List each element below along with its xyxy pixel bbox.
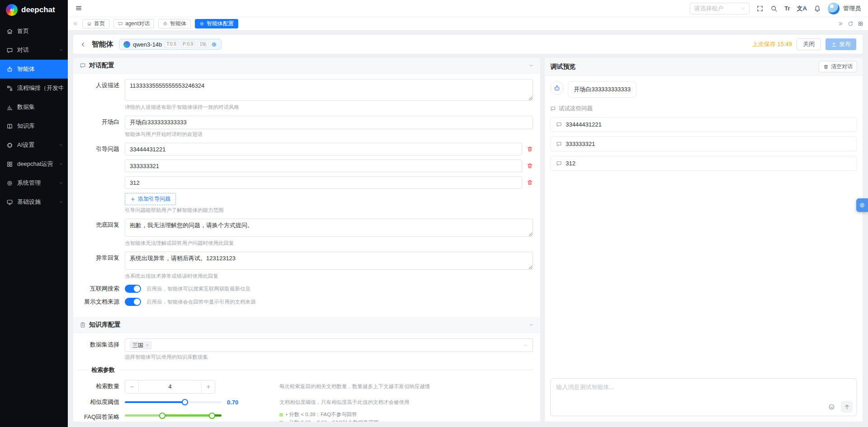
send-button[interactable] bbox=[841, 401, 853, 413]
translate-icon[interactable]: 文A bbox=[797, 5, 807, 13]
sidebar-item-system-management[interactable]: 系统管理 bbox=[0, 174, 68, 192]
refresh-tab-button[interactable] bbox=[848, 21, 854, 27]
debug-chat-area[interactable]: 开场白333333333333 试试这些问题 33444431221 bbox=[545, 76, 863, 375]
input-toolbar bbox=[826, 401, 853, 413]
bell-icon bbox=[814, 5, 821, 12]
show-sources-toggle[interactable] bbox=[125, 298, 141, 306]
message-input[interactable] bbox=[551, 379, 857, 402]
exception-hint: 当系统出现技术异常或错误时使用此回复 bbox=[125, 272, 533, 280]
guide-question-row bbox=[125, 176, 533, 189]
faq-merge-handle[interactable] bbox=[159, 413, 165, 419]
retrieve-count-input[interactable] bbox=[139, 380, 201, 393]
sidebar-item-infrastructure[interactable]: 基础设施 bbox=[0, 192, 68, 211]
sidebar-item-operations[interactable]: deepchat运营 bbox=[0, 155, 68, 174]
similarity-label: 相似度阈值 bbox=[77, 399, 125, 406]
sidebar-item-dataset[interactable]: 数据集 bbox=[0, 98, 68, 117]
close-button[interactable]: 关闭 bbox=[797, 38, 821, 50]
faq-legend-item: • 分数 0.39 ~ 0.90：FAQ融合数据集回答 bbox=[279, 419, 533, 422]
opening-input[interactable] bbox=[125, 116, 533, 129]
guide-questions-label: 引导问题 bbox=[77, 143, 125, 214]
delete-question-button[interactable] bbox=[527, 146, 533, 152]
add-guide-question-button[interactable]: 添加引导问题 bbox=[125, 193, 176, 205]
floating-settings-button[interactable] bbox=[856, 198, 868, 212]
stepper-plus-button[interactable] bbox=[201, 380, 215, 393]
delete-question-button[interactable] bbox=[527, 179, 533, 186]
chevron-down-icon bbox=[59, 48, 63, 52]
fullscreen-button[interactable] bbox=[756, 5, 764, 12]
guide-question-input[interactable] bbox=[125, 143, 522, 155]
delete-question-button[interactable] bbox=[527, 163, 533, 169]
tabs-scroll-left-button[interactable] bbox=[72, 21, 78, 27]
stepper-minus-button[interactable] bbox=[125, 380, 139, 393]
suggested-question[interactable]: 33444431221 bbox=[550, 117, 857, 132]
clipboard-icon bbox=[80, 322, 86, 328]
faq-range-slider[interactable] bbox=[125, 414, 222, 417]
kb-config-form: 数据集选择 三国 选择智能体可以使用的知识库数据集 bbox=[73, 333, 540, 422]
home-icon bbox=[6, 28, 13, 35]
faq-legend: • 分数 < 0.39：FAQ不参与回答 • 分数 0.39 ~ 0.90：FA… bbox=[279, 411, 533, 422]
trash-icon bbox=[527, 179, 533, 186]
collapse-chevron-icon[interactable] bbox=[528, 322, 534, 328]
dataset-select[interactable]: 三国 bbox=[125, 338, 533, 352]
user-menu[interactable]: 管理员 bbox=[828, 3, 861, 14]
collapse-chevron-icon[interactable] bbox=[528, 63, 534, 68]
exception-input[interactable]: 系统出现异常，请稍后再试。123123123 bbox=[125, 252, 533, 270]
plus-icon bbox=[206, 384, 211, 389]
sidebar-collapse-button[interactable] bbox=[75, 5, 82, 13]
persona-hint: 详细的人设描述有助于智能体保持一致的对话风格 bbox=[125, 103, 533, 111]
trash-icon bbox=[527, 163, 533, 169]
chat-icon bbox=[556, 160, 562, 166]
notifications-button[interactable] bbox=[814, 5, 821, 12]
tab-agent-config[interactable]: 智能体配置 bbox=[195, 19, 238, 28]
sidebar-item-ai-settings[interactable]: AI设置 bbox=[0, 136, 68, 155]
faq-strategy-label: FAQ回答策略 bbox=[77, 411, 125, 422]
debug-title: 调试预览 bbox=[550, 63, 576, 71]
slider-handle[interactable] bbox=[182, 399, 188, 405]
sidebar-item-flow[interactable]: 流程编排（开发中） bbox=[0, 79, 68, 98]
emoji-button[interactable] bbox=[826, 401, 837, 413]
similarity-value: 0.70 bbox=[227, 399, 238, 406]
robot-icon bbox=[163, 21, 168, 26]
model-selector[interactable]: qwen3-14b T:0.5 P:0.9 1轮 bbox=[119, 39, 222, 50]
retrieve-count-hint: 每次检索返回的相关文档数量，数量越多上下文越丰富但响应越慢 bbox=[279, 383, 533, 390]
tab-agent[interactable]: 智能体 bbox=[158, 19, 191, 28]
guide-question-input[interactable] bbox=[125, 160, 522, 172]
back-button[interactable] bbox=[80, 41, 86, 48]
tabs-scroll-right-button[interactable] bbox=[838, 21, 844, 27]
search-button[interactable] bbox=[770, 5, 778, 12]
config-panel[interactable]: 对话配置 人设描述 11333335555555553246324 详细的人设描… bbox=[73, 58, 540, 422]
section-kb-config-header[interactable]: 知识库配置 bbox=[73, 317, 540, 333]
tenant-select[interactable]: 请选择租户 bbox=[690, 3, 750, 14]
section-chat-config-header[interactable]: 对话配置 bbox=[73, 58, 540, 74]
internet-search-toggle[interactable] bbox=[125, 285, 141, 293]
font-size-icon[interactable]: Tr bbox=[784, 5, 790, 12]
opening-label: 开场白 bbox=[77, 116, 125, 138]
sidebar-item-conversation[interactable]: 对话 bbox=[0, 41, 68, 60]
tenant-select-placeholder: 请选择租户 bbox=[694, 5, 738, 13]
sidebar-item-agent[interactable]: 智能体 bbox=[0, 60, 68, 79]
slider-fill bbox=[125, 401, 185, 403]
chat-icon bbox=[556, 141, 562, 147]
last-saved-text: 上次保存 15:49 bbox=[752, 40, 792, 48]
fallback-input[interactable]: 抱歉，我无法理解您的问题，请换个方式提问。 bbox=[125, 219, 533, 237]
clear-conversation-button[interactable]: 清空对话 bbox=[819, 61, 857, 72]
faq-direct-handle[interactable] bbox=[209, 413, 215, 419]
sidebar-item-knowledge-base[interactable]: 知识库 bbox=[0, 117, 68, 136]
model-settings-icon[interactable] bbox=[211, 42, 217, 47]
suggested-question[interactable]: 333333321 bbox=[550, 136, 857, 151]
tag-close-icon[interactable] bbox=[146, 343, 149, 347]
tab-agent-chat[interactable]: agent对话 bbox=[113, 19, 154, 28]
guide-question-input[interactable] bbox=[125, 176, 522, 189]
similarity-slider[interactable] bbox=[125, 401, 222, 403]
tab-layout-button[interactable] bbox=[858, 21, 863, 27]
robot-icon bbox=[6, 66, 13, 73]
smiley-icon bbox=[828, 404, 835, 410]
publish-button[interactable]: 发布 bbox=[826, 38, 856, 50]
app-logo[interactable]: AI deepchat bbox=[0, 0, 68, 20]
persona-input[interactable]: 11333335555555553246324 bbox=[125, 79, 533, 101]
flow-icon bbox=[6, 85, 13, 92]
sidebar-item-home[interactable]: 首页 bbox=[0, 22, 68, 41]
suggested-question[interactable]: 312 bbox=[550, 156, 857, 171]
tab-home[interactable]: 首页 bbox=[82, 19, 109, 28]
gear-icon bbox=[199, 21, 204, 26]
